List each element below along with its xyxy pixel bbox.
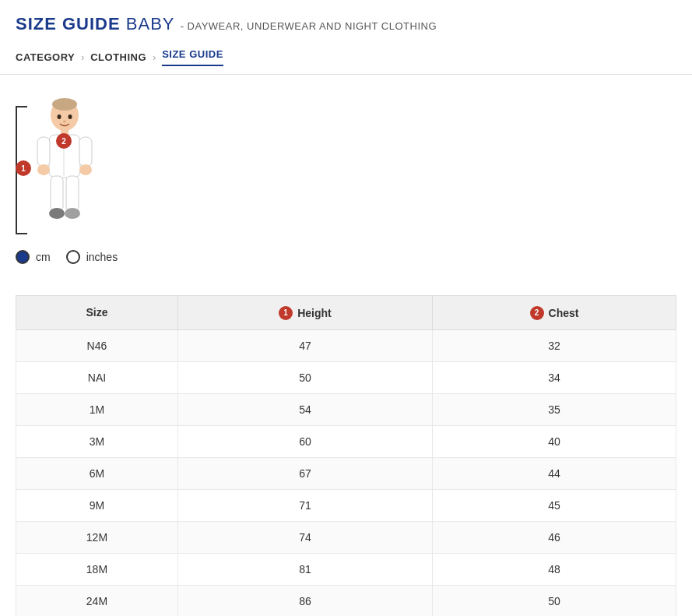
cell-size: 18M [16,553,178,585]
cell-chest: 45 [432,489,676,521]
table-row: N464732 [16,329,676,361]
page-header: SIZE GUIDE baby - DAYWEAR, UNDERWEAR AND… [0,0,692,75]
cell-size: 12M [16,521,178,553]
svg-point-13 [58,114,61,119]
breadcrumb: CATEGORY › CLOTHING › SIZE GUIDE [16,42,676,66]
breadcrumb-sep-1: › [81,52,84,63]
cell-height: 81 [177,553,432,585]
cell-size: NAI [16,361,178,393]
unit-toggle: cm inches [16,242,132,272]
table-row: 1M5435 [16,393,676,425]
cell-size: 1M [16,393,178,425]
cell-size: N46 [16,329,178,361]
cell-chest: 32 [432,329,676,361]
cell-height: 47 [177,329,432,361]
table-row: 9M7145 [16,489,676,521]
title-subtitle: - DAYWEAR, UNDERWEAR AND NIGHT CLOTHING [181,20,437,32]
cm-label: cm [36,251,51,263]
main-content: 1 [0,75,692,616]
svg-point-7 [37,164,50,175]
svg-point-1 [52,98,77,111]
cell-size: 24M [16,585,178,616]
height-badge: 1 [279,306,293,320]
breadcrumb-clothing[interactable]: CLOTHING [90,51,146,63]
svg-point-11 [49,208,65,219]
table-row: 12M7446 [16,521,676,553]
inches-label: inches [86,251,118,263]
cell-chest: 46 [432,521,676,553]
svg-point-12 [65,208,80,219]
size-table: Size 1 Height 2 Chest N464732NAI50341M54… [16,295,676,616]
table-row: 3M6040 [16,425,676,457]
svg-rect-6 [79,137,92,167]
svg-point-8 [79,164,92,175]
chest-badge: 2 [530,306,544,320]
cell-height: 54 [177,393,432,425]
cell-size: 6M [16,457,178,489]
cell-chest: 48 [432,553,676,585]
svg-rect-5 [37,137,50,167]
table-row: 24M8650 [16,585,676,616]
breadcrumb-category[interactable]: CATEGORY [16,51,75,63]
inches-option[interactable]: inches [66,250,118,264]
cell-height: 71 [177,489,432,521]
baby-illustration [30,98,107,229]
cell-height: 67 [177,457,432,489]
badge-2: 2 [56,133,72,149]
cell-height: 86 [177,585,432,616]
cell-chest: 40 [432,425,676,457]
figure-section: 1 [16,90,676,280]
cell-height: 74 [177,521,432,553]
cell-chest: 35 [432,393,676,425]
table-row: 18M8148 [16,553,676,585]
svg-rect-9 [51,176,63,211]
table-header-row: Size 1 Height 2 Chest [16,296,676,330]
cell-height: 60 [177,425,432,457]
cell-height: 50 [177,361,432,393]
cm-option[interactable]: cm [16,250,51,264]
cell-size: 3M [16,425,178,457]
col-header-height: 1 Height [177,296,432,330]
table-row: NAI5034 [16,361,676,393]
cm-radio[interactable] [16,250,30,264]
cell-chest: 50 [432,585,676,616]
svg-rect-10 [66,176,79,211]
col-header-size: Size [16,296,178,330]
cell-chest: 44 [432,457,676,489]
col-header-chest: 2 Chest [432,296,676,330]
table-row: 6M6744 [16,457,676,489]
breadcrumb-sep-2: › [153,52,156,63]
svg-point-14 [68,114,72,119]
cell-size: 9M [16,489,178,521]
table-body: N464732NAI50341M54353M60406M67449M714512… [16,329,676,616]
baby-figure-wrapper: 1 [16,98,132,234]
badge-1: 1 [16,160,31,176]
breadcrumb-size-guide[interactable]: SIZE GUIDE [162,48,223,66]
page-title: SIZE GUIDE baby - DAYWEAR, UNDERWEAR AND… [16,14,676,34]
cell-chest: 34 [432,361,676,393]
svg-point-15 [63,121,66,123]
title-baby: baby [126,14,175,33]
title-size-guide: SIZE GUIDE [16,14,121,33]
inches-radio[interactable] [66,250,80,264]
